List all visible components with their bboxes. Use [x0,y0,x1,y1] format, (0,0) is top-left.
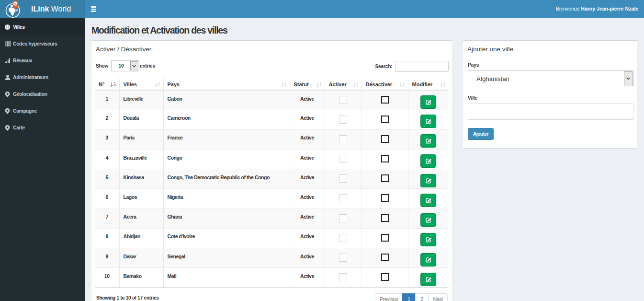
svg-text:$: $ [14,2,17,6]
